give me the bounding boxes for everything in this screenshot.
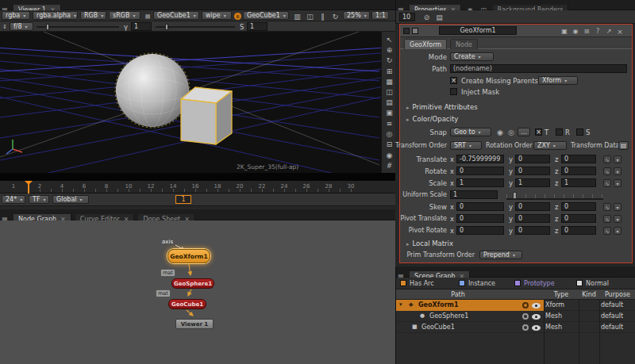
translate-x-field[interactable]: -0.75999999 [456, 155, 504, 163]
draw-mode-ring-icon[interactable] [522, 324, 529, 331]
scale-z-field[interactable]: 1 [561, 178, 596, 187]
transform-data-button[interactable]: ▤ [618, 141, 629, 150]
snap-r-checkbox[interactable] [556, 128, 563, 136]
inject-mask-checkbox[interactable] [450, 88, 457, 95]
max-panels-field[interactable]: 10 [399, 13, 415, 21]
pause-icon[interactable]: ‖ [318, 12, 328, 21]
pointer-tool-icon[interactable]: ↖ [384, 35, 394, 44]
rotate-y-field[interactable]: 0 [515, 167, 550, 175]
visibility-eye-icon[interactable] [532, 325, 541, 331]
snap-point-icon[interactable]: ◎ [506, 128, 516, 136]
snap-dropdown[interactable]: Geo to [450, 128, 491, 136]
primitive-attributes-group[interactable]: Primitive Attributes [406, 103, 478, 111]
node-geosphere1[interactable]: GeoSphere1 [171, 278, 214, 289]
timeline-ruler[interactable]: 1 2 4 6 8 10 12 14 16 18 20 22 24 26 28 … [0, 181, 395, 193]
draw-mode-ring-icon[interactable] [522, 313, 529, 320]
node-font-swatch[interactable] [412, 28, 418, 34]
visibility-eye-icon[interactable] [532, 303, 541, 308]
cube-object[interactable] [181, 87, 232, 144]
expander-icon[interactable]: ▾ [399, 301, 402, 308]
scale-x-field[interactable]: 1 [456, 178, 504, 187]
anim-curve-icon[interactable]: ∿ [603, 167, 611, 175]
transform-order-dropdown[interactable]: SRT [450, 141, 482, 150]
occlusion-icon[interactable]: ◎ [384, 129, 394, 138]
gamma-slider-handle[interactable] [165, 24, 168, 30]
clear-panels-icon[interactable]: ▤ [434, 13, 444, 21]
frame-range-dropdown[interactable]: Global [52, 195, 89, 204]
scale-y-field[interactable]: 1 [515, 178, 550, 187]
prim-transform-order-dropdown[interactable]: Prepend [479, 251, 522, 259]
shaded-mode-icon[interactable]: ▣ [384, 108, 394, 117]
uniform-scale-slider[interactable] [506, 191, 603, 200]
channels-dropdown[interactable]: rgba [2, 11, 30, 20]
gamma-field[interactable]: 1 [131, 22, 152, 31]
snap-s-checkbox[interactable] [576, 128, 583, 136]
center-node-icon[interactable]: ◉ [571, 27, 580, 36]
pivot-rotate-z-field[interactable]: 0 [561, 226, 596, 235]
snap-geo-icon[interactable]: ◉ [495, 128, 505, 136]
column-kind[interactable]: Kind [579, 291, 599, 298]
view-menu-icon[interactable]: ≡ [384, 119, 394, 128]
input-a-dropdown[interactable]: GeoCube1 [153, 11, 199, 20]
skew-z-field[interactable]: 0 [561, 202, 596, 211]
add-gizmo-icon[interactable]: ⊕ [384, 45, 394, 54]
node-viewer1[interactable]: Viewer 1 [175, 319, 214, 329]
refresh-icon[interactable]: ↻ [330, 12, 341, 21]
rotate-z-field[interactable]: 0 [561, 167, 596, 175]
node-name-field[interactable]: GeoXform1 [439, 26, 517, 35]
collapse-icon[interactable]: ⊟ [384, 140, 394, 148]
pivot-rotate-x-field[interactable]: 0 [456, 226, 504, 235]
input-b-dropdown[interactable]: GeoCube1 [243, 11, 289, 20]
rotation-order-dropdown[interactable]: ZXY [533, 141, 567, 150]
playhead-flag[interactable] [25, 181, 33, 185]
anim-menu-icon[interactable]: ▾ [614, 227, 622, 235]
pivot-rotate-y-field[interactable]: 0 [515, 226, 550, 235]
gain-slider[interactable] [37, 26, 119, 28]
grid-toggle-icon[interactable]: ▦ [384, 77, 394, 86]
skew-x-field[interactable]: 0 [456, 202, 504, 211]
timecode-mode-dropdown[interactable]: TF [29, 195, 49, 204]
viewport-3d[interactable]: 2K_Super_35(full-ap) [0, 32, 381, 173]
gain-spin-icon[interactable]: ↕ [2, 23, 8, 30]
anim-menu-icon[interactable]: ▾ [614, 179, 622, 187]
visibility-eye-icon[interactable] [532, 314, 541, 320]
sphere-object[interactable] [116, 54, 189, 127]
uniform-scale-handle[interactable] [513, 192, 517, 199]
column-purpose[interactable]: Purpose [599, 291, 635, 298]
resolution-icon[interactable]: # [384, 161, 394, 170]
anim-curve-icon[interactable]: ∿ [603, 227, 611, 235]
viewer-process-dropdown[interactable]: sRGB [109, 11, 140, 20]
node-color-swatch[interactable] [403, 28, 410, 34]
anim-curve-icon[interactable]: ∿ [603, 203, 611, 211]
tab-geoxform[interactable]: GeoXform [404, 39, 447, 49]
close-panel-icon[interactable]: × [615, 27, 625, 36]
zoom-dropdown[interactable]: 25% [343, 11, 370, 20]
node-geocube1[interactable]: GeoCube1 [168, 299, 206, 309]
node-color-icon[interactable]: ▣ [560, 27, 569, 36]
column-path[interactable]: Path [396, 291, 520, 298]
node-geoxform1[interactable]: GeoXform1 [167, 249, 210, 263]
expand-panel-icon[interactable]: ↗ [604, 27, 614, 36]
skew-y-field[interactable]: 0 [515, 202, 550, 211]
anim-menu-icon[interactable]: ▾ [614, 215, 622, 223]
create-missing-parents-dropdown[interactable]: Xform [538, 76, 578, 85]
pivot-translate-y-field[interactable]: 0 [515, 214, 550, 223]
pivot-translate-x-field[interactable]: 0 [456, 214, 504, 223]
mode-dropdown[interactable]: Create [450, 52, 494, 61]
gain-slider-handle[interactable] [46, 24, 49, 30]
wireframe-mode-icon[interactable]: ▤ [384, 98, 394, 106]
fps-dropdown[interactable]: 24* [2, 195, 25, 204]
roi-icon[interactable]: ◫ [305, 12, 315, 21]
column-type[interactable]: Type [544, 291, 579, 298]
anim-curve-icon[interactable]: ∿ [603, 155, 611, 163]
anim-curve-icon[interactable]: ∿ [603, 179, 611, 187]
translate-y-field[interactable]: 0 [515, 155, 550, 163]
current-frame-field[interactable]: 1 [175, 195, 191, 204]
anim-menu-icon[interactable]: ▾ [614, 155, 622, 163]
split-view-icon[interactable]: ◫ [384, 87, 394, 96]
fstop-dropdown[interactable]: f/8 [10, 22, 33, 31]
anim-menu-icon[interactable]: ▾ [614, 203, 622, 211]
nodegraph-canvas[interactable]: axis GeoXform1 mat GeoSphere1 mat GeoCub… [0, 220, 395, 364]
color-opacity-group[interactable]: Color/Opacity [406, 115, 458, 123]
snap-options-button[interactable]: … [518, 128, 530, 136]
